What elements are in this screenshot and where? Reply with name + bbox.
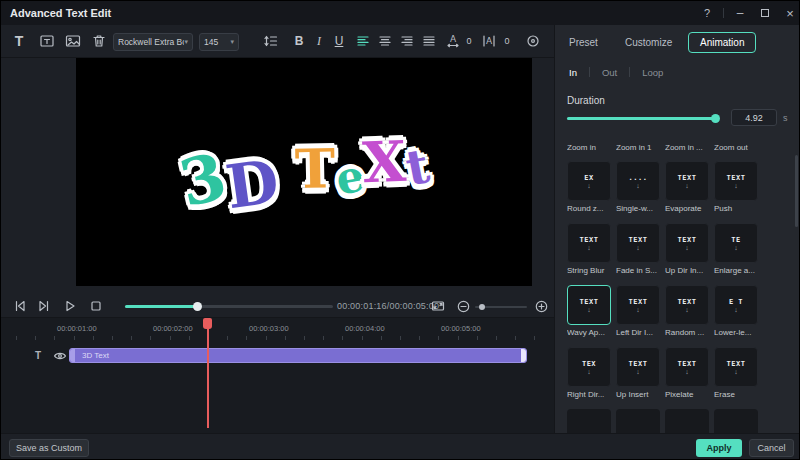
zoom-slider-handle[interactable]: [479, 304, 485, 310]
animation-thumbnail[interactable]: EX ↓: [567, 161, 611, 201]
fit-to-window-icon[interactable]: [429, 297, 447, 315]
animation-thumb-partial[interactable]: [616, 409, 660, 433]
duration-slider[interactable]: [567, 117, 719, 120]
align-justify-icon[interactable]: [419, 31, 439, 51]
animation-preset[interactable]: TEXT ↓ Left Dir I...: [616, 285, 660, 337]
maximize-icon[interactable]: [757, 5, 773, 21]
letter-spacing-icon[interactable]: A: [443, 31, 463, 51]
kerning-value[interactable]: 0: [501, 31, 513, 51]
line-spacing-icon[interactable]: [261, 31, 281, 51]
animation-label[interactable]: Zoom in: [567, 143, 611, 152]
animation-preset[interactable]: TEXT ↓ Random ...: [665, 285, 709, 337]
font-size-select[interactable]: 145 ▾: [199, 33, 239, 51]
align-center-icon[interactable]: [375, 31, 395, 51]
duration-handle[interactable]: [711, 114, 720, 123]
animation-thumb-partial[interactable]: [714, 409, 758, 433]
animation-thumbnail[interactable]: TEXT ↓: [616, 223, 660, 263]
animation-preset[interactable]: TEXT ↓ Evaporate: [665, 161, 709, 213]
text-clip[interactable]: 3D Text: [69, 348, 527, 363]
seek-handle[interactable]: [193, 302, 202, 311]
animation-preset[interactable]: TEXT ↓ Wavy Ap...: [567, 285, 611, 337]
animation-preset[interactable]: E T ↓ Lower-le...: [714, 285, 758, 337]
text-effects-icon[interactable]: [523, 31, 543, 51]
next-frame-icon[interactable]: [35, 297, 53, 315]
cancel-button[interactable]: Cancel: [749, 439, 794, 457]
animation-thumbnail[interactable]: TEXT ↓: [567, 223, 611, 263]
animation-preset[interactable]: TEXT ↓ Pixelate: [665, 347, 709, 399]
animation-thumbnail[interactable]: TEXT ↓: [616, 285, 660, 325]
tab-preset[interactable]: Preset: [569, 37, 598, 48]
animation-thumbnail[interactable]: .... ↓: [616, 161, 660, 201]
preview-canvas[interactable]: 3D TeXt: [76, 58, 532, 286]
timeline-ruler[interactable]: 00:00:01:0000:00:02:0000:00:03:0000:00:0…: [57, 324, 537, 333]
animation-preset[interactable]: TE ↓ Enlarge a...: [714, 223, 758, 275]
animation-preset[interactable]: TEXT ↓ String Blur: [567, 223, 611, 275]
letter-spacing-value[interactable]: 0: [463, 31, 475, 51]
animation-preset[interactable]: EX ↓ Round z...: [567, 161, 611, 213]
align-right-icon[interactable]: [397, 31, 417, 51]
add-text-icon[interactable]: T: [9, 31, 29, 51]
animation-thumb-partial[interactable]: [665, 409, 709, 433]
underline-icon[interactable]: U: [329, 31, 349, 51]
save-as-custom-button[interactable]: Save as Custom: [9, 439, 89, 457]
animation-thumbnail[interactable]: TEXT ↓: [665, 161, 709, 201]
animation-thumbnail[interactable]: TEXT ↓: [616, 347, 660, 387]
kerning-icon[interactable]: A: [479, 31, 499, 51]
zoom-slider[interactable]: [475, 306, 527, 308]
trash-icon[interactable]: [89, 31, 109, 51]
animation-label[interactable]: Zoom in ...: [665, 143, 709, 152]
align-left-icon[interactable]: [353, 31, 373, 51]
apply-button[interactable]: Apply: [696, 439, 742, 457]
preview-3d-text[interactable]: 3D TeXt: [177, 121, 431, 217]
play-icon[interactable]: [61, 297, 79, 315]
animation-preset[interactable]: .... ↓ Single-w...: [616, 161, 660, 213]
stop-icon[interactable]: [87, 297, 105, 315]
animation-label[interactable]: Zoom in 1: [616, 143, 660, 152]
clip-trim-handle-left[interactable]: [70, 349, 75, 362]
animation-preset[interactable]: TEXT ↓ Fade in S...: [616, 223, 660, 275]
animation-thumbnail[interactable]: TEXT ↓: [567, 285, 611, 325]
animation-thumbnail[interactable]: TEX ↓: [567, 347, 611, 387]
animation-grid-scroll[interactable]: Zoom in Zoom in 1 Zoom in ... Zoom out E…: [567, 143, 793, 433]
animation-preset[interactable]: TEXT ↓ Up Insert: [616, 347, 660, 399]
animation-preset[interactable]: TEXT ↓ Up Dir In...: [665, 223, 709, 275]
font-family-select[interactable]: Rockwell Extra Bold ▾: [113, 33, 193, 51]
animation-thumbnail[interactable]: TE ↓: [714, 223, 758, 263]
preview-letter: X: [361, 128, 407, 195]
zoom-in-icon[interactable]: [532, 297, 550, 315]
playhead-line[interactable]: [207, 320, 209, 428]
tab-customize[interactable]: Customize: [625, 37, 672, 48]
animation-preset[interactable]: TEX ↓ Right Dir...: [567, 347, 611, 399]
animation-preset[interactable]: TEXT ↓ Erase: [714, 347, 758, 399]
minimize-icon[interactable]: –: [732, 5, 748, 21]
panel-scrollbar[interactable]: [795, 155, 798, 227]
italic-icon[interactable]: I: [309, 31, 329, 51]
animation-thumbnail[interactable]: TEXT ↓: [714, 161, 758, 201]
zoom-out-icon[interactable]: [454, 297, 472, 315]
close-icon[interactable]: ×: [782, 5, 798, 21]
previous-frame-icon[interactable]: [11, 297, 29, 315]
animation-thumb-partial[interactable]: [567, 409, 611, 433]
image-icon[interactable]: [63, 31, 83, 51]
visibility-eye-icon[interactable]: [53, 349, 67, 367]
help-icon[interactable]: ?: [699, 5, 715, 21]
tab-animation[interactable]: Animation: [688, 32, 756, 53]
subtab-out[interactable]: Out: [590, 67, 629, 78]
animation-preset[interactable]: TEXT ↓ Push: [714, 161, 758, 213]
timeline[interactable]: 00:00:01:0000:00:02:0000:00:03:0000:00:0…: [1, 317, 554, 433]
animation-thumbnail[interactable]: TEXT ↓: [665, 347, 709, 387]
playhead-handle[interactable]: [203, 318, 212, 329]
animation-thumbnail[interactable]: E T ↓: [714, 285, 758, 325]
subtab-loop[interactable]: Loop: [630, 67, 675, 78]
animation-thumbnail[interactable]: TEXT ↓: [665, 223, 709, 263]
subtab-in[interactable]: In: [567, 67, 589, 78]
bold-icon[interactable]: B: [289, 31, 309, 51]
animation-thumbnail[interactable]: TEXT ↓: [714, 347, 758, 387]
animation-label[interactable]: Zoom out: [714, 143, 758, 152]
clip-trim-handle-right[interactable]: [521, 349, 526, 362]
animation-thumbnail[interactable]: TEXT ↓: [665, 285, 709, 325]
seek-slider[interactable]: [125, 305, 333, 308]
preview-letter: 3: [173, 138, 233, 221]
duration-value-field[interactable]: 4.92: [731, 109, 777, 126]
text-box-icon[interactable]: [37, 31, 57, 51]
